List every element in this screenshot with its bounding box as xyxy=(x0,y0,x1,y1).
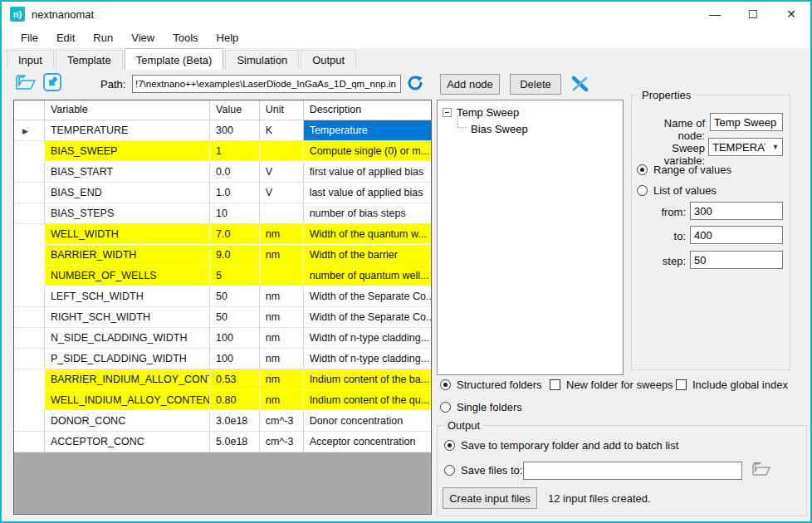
cell-value[interactable]: 0.0 xyxy=(210,162,260,183)
new-folder-checkbox[interactable]: New folder for sweeps xyxy=(550,379,673,391)
delete-node-button[interactable]: Delete xyxy=(510,74,561,95)
single-folders-radio[interactable]: Single folders xyxy=(440,401,522,413)
cell-value[interactable]: 7.0 xyxy=(210,224,260,245)
minimize-button[interactable]: — xyxy=(696,2,734,27)
cell-value[interactable]: 50 xyxy=(210,286,260,307)
cell-description[interactable]: Indium content of the qu... xyxy=(304,390,431,411)
cell-description[interactable]: Indium content of the ba... xyxy=(304,369,431,390)
menu-file[interactable]: File xyxy=(12,28,47,47)
table-row[interactable]: ACCEPTOR_CONC5.0e18cm^-3Acceptor concent… xyxy=(14,432,431,452)
tree-collapse-icon[interactable] xyxy=(443,108,452,117)
row-selector[interactable] xyxy=(14,266,45,286)
cell-variable[interactable]: WELL_INDIUM_ALLOY_CONTENT xyxy=(45,390,210,411)
header-selector[interactable] xyxy=(14,100,45,120)
row-selector[interactable] xyxy=(14,411,45,432)
from-input[interactable] xyxy=(690,202,783,220)
cell-value[interactable]: 100 xyxy=(210,328,260,349)
cell-description[interactable]: first value of applied bias xyxy=(304,162,431,183)
cell-unit[interactable]: V xyxy=(260,162,304,183)
table-row[interactable]: LEFT_SCH_WIDTH50nmWidth of the Separate … xyxy=(14,286,431,307)
save-files-to-radio[interactable]: Save files to: xyxy=(444,464,522,477)
cell-description[interactable]: Width of n-type cladding... xyxy=(304,328,431,349)
cell-description[interactable]: Width of the barrier xyxy=(304,245,431,266)
tree-node-child[interactable]: Bias Sweep xyxy=(471,120,623,137)
menu-edit[interactable]: Edit xyxy=(47,28,84,47)
cell-description[interactable]: Donor concentration xyxy=(304,411,431,432)
table-row[interactable]: NUMBER_OF_WELLS5number of quantum well..… xyxy=(14,266,431,286)
cell-description[interactable]: Width of n-type cladding... xyxy=(304,349,431,369)
cell-unit[interactable]: nm xyxy=(260,307,304,328)
header-unit[interactable]: Unit xyxy=(260,100,304,120)
table-row[interactable]: WELL_WIDTH7.0nmWidth of the quantum w... xyxy=(14,224,431,245)
range-of-values-radio[interactable]: Range of values xyxy=(637,164,731,176)
cell-variable[interactable]: P_SIDE_CLADDING_WIDTH xyxy=(45,349,210,369)
table-row[interactable]: RIGHT_SCH_WIDTH50nmWidth of the Separate… xyxy=(14,307,431,328)
table-row[interactable]: BIAS_END1.0Vlast value of applied bias xyxy=(14,183,431,203)
structured-folders-radio[interactable]: Structured folders xyxy=(440,379,542,391)
cell-value[interactable]: 10 xyxy=(210,203,260,224)
menu-view[interactable]: View xyxy=(122,28,164,47)
row-selector[interactable] xyxy=(14,183,45,203)
table-row[interactable]: WELL_INDIUM_ALLOY_CONTENT0.80nmIndium co… xyxy=(14,390,431,411)
close-button[interactable]: ✕ xyxy=(772,2,810,27)
cell-variable[interactable]: RIGHT_SCH_WIDTH xyxy=(45,307,210,328)
cell-unit[interactable]: K xyxy=(260,120,304,141)
table-row[interactable]: BARRIER_WIDTH9.0nmWidth of the barrier xyxy=(14,245,431,266)
cell-unit[interactable]: nm xyxy=(260,390,304,411)
tab-template-beta[interactable]: Template (Beta) xyxy=(125,48,224,70)
row-selector[interactable] xyxy=(14,328,45,349)
cell-variable[interactable]: LEFT_SCH_WIDTH xyxy=(45,286,210,307)
row-selector[interactable] xyxy=(14,224,45,245)
table-row[interactable]: BARRIER_INDIUM_ALLOY_CONTENT0.53nmIndium… xyxy=(14,369,431,390)
cell-description[interactable]: Width of the Separate Co... xyxy=(304,307,431,328)
cell-description[interactable]: number of bias steps xyxy=(304,203,431,224)
cell-variable[interactable]: BIAS_START xyxy=(45,162,210,183)
table-row[interactable]: BIAS_STEPS10number of bias steps xyxy=(14,203,431,224)
clear-tree-button[interactable] xyxy=(571,76,589,95)
row-selector[interactable] xyxy=(14,286,45,307)
cell-variable[interactable]: BIAS_STEPS xyxy=(45,203,210,224)
cell-variable[interactable]: BIAS_END xyxy=(45,183,210,203)
import-template-button[interactable] xyxy=(40,72,65,95)
cell-value[interactable]: 100 xyxy=(210,349,260,369)
cell-value[interactable]: 300 xyxy=(210,120,260,141)
add-node-button[interactable]: Add node xyxy=(440,74,500,95)
menu-help[interactable]: Help xyxy=(208,28,248,47)
cell-value[interactable]: 1 xyxy=(210,141,260,162)
tab-template[interactable]: Template xyxy=(56,50,123,70)
list-of-values-radio[interactable]: List of values xyxy=(637,184,717,197)
cell-variable[interactable]: DONOR_CONC xyxy=(45,411,210,432)
cell-variable[interactable]: BARRIER_WIDTH xyxy=(45,245,210,266)
row-selector[interactable] xyxy=(14,390,45,411)
cell-description[interactable]: Compute single (0) or m... xyxy=(304,141,431,162)
cell-variable[interactable]: N_SIDE_CLADDING_WIDTH xyxy=(45,328,210,349)
table-row[interactable]: ▶TEMPERATURE300KTemperature xyxy=(14,120,431,141)
row-selector[interactable] xyxy=(14,349,45,369)
cell-value[interactable]: 0.53 xyxy=(210,369,260,390)
tab-simulation[interactable]: Simulation xyxy=(225,50,299,70)
open-file-button[interactable] xyxy=(13,72,38,95)
table-row[interactable]: DONOR_CONC3.0e18cm^-3Donor concentration xyxy=(14,411,431,432)
cell-value[interactable]: 0.80 xyxy=(210,390,260,411)
browse-folder-button[interactable] xyxy=(751,461,771,481)
menu-run[interactable]: Run xyxy=(84,28,122,47)
menu-tools[interactable]: Tools xyxy=(164,28,207,47)
cell-unit[interactable]: nm xyxy=(260,224,304,245)
save-temp-radio[interactable]: Save to temporary folder and add to batc… xyxy=(444,439,678,452)
cell-value[interactable]: 1.0 xyxy=(210,183,260,203)
cell-unit[interactable]: nm xyxy=(260,245,304,266)
row-selector[interactable] xyxy=(14,245,45,266)
cell-description[interactable]: Temperature xyxy=(304,120,431,141)
row-selector[interactable] xyxy=(14,141,45,162)
path-input[interactable] xyxy=(132,75,401,93)
cell-value[interactable]: 5.0e18 xyxy=(210,432,260,452)
cell-unit[interactable]: cm^-3 xyxy=(260,432,304,452)
tab-output[interactable]: Output xyxy=(301,50,356,70)
refresh-button[interactable] xyxy=(406,74,424,95)
cell-unit[interactable] xyxy=(260,266,304,286)
cell-description[interactable]: number of quantum well... xyxy=(304,266,431,286)
row-selector[interactable] xyxy=(14,432,45,452)
cell-value[interactable]: 3.0e18 xyxy=(210,411,260,432)
cell-unit[interactable]: V xyxy=(260,183,304,203)
header-description[interactable]: Description xyxy=(304,100,431,120)
